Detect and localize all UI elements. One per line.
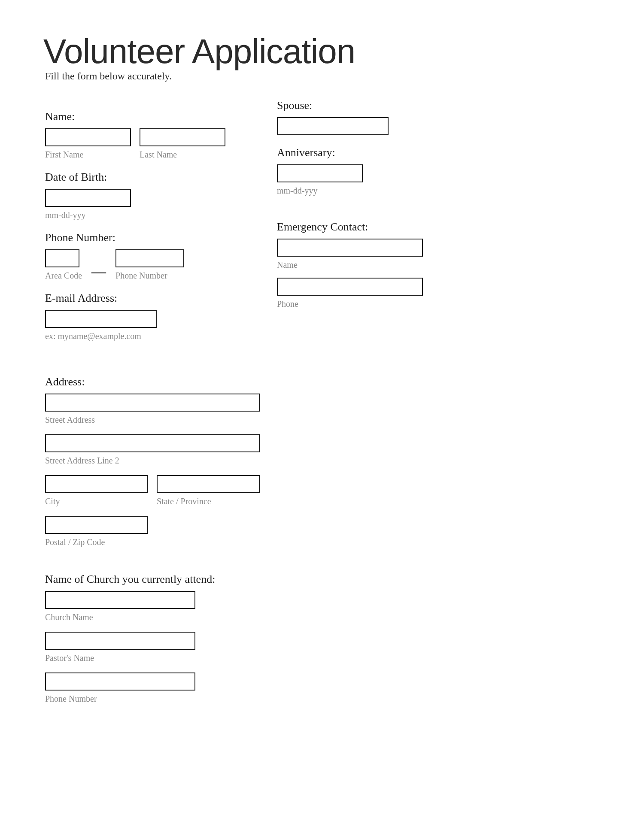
anniversary-input[interactable]: [277, 164, 363, 182]
emergency-label: Emergency Contact:: [277, 221, 431, 233]
first-name-hint: First Name: [45, 150, 131, 160]
page-subtitle: Fill the form below accurately.: [45, 70, 601, 82]
pastor-name-hint: Pastor's Name: [45, 653, 601, 663]
dob-hint: mm-dd-yyy: [45, 210, 225, 220]
street-address-hint: Street Address: [45, 415, 601, 425]
pastor-name-input[interactable]: [45, 632, 195, 650]
dob-input[interactable]: [45, 189, 131, 207]
anniversary-hint: mm-dd-yyy: [277, 186, 431, 196]
church-name-input[interactable]: [45, 591, 195, 609]
state-input[interactable]: [157, 475, 260, 493]
dob-label: Date of Birth:: [45, 171, 225, 184]
church-phone-input[interactable]: [45, 672, 195, 691]
page-title: Volunteer Application: [43, 34, 601, 69]
spouse-label: Spouse:: [277, 99, 431, 112]
zip-input[interactable]: [45, 516, 148, 534]
church-label: Name of Church you currently attend:: [45, 573, 601, 586]
last-name-input[interactable]: [140, 128, 225, 146]
area-code-input[interactable]: [45, 249, 79, 267]
email-input[interactable]: [45, 310, 157, 328]
emergency-phone-hint: Phone: [277, 299, 431, 309]
street-address-input[interactable]: [45, 394, 260, 412]
anniversary-label: Anniversary:: [277, 146, 431, 159]
phone-number-input[interactable]: [115, 249, 184, 267]
church-phone-hint: Phone Number: [45, 694, 601, 704]
phone-separator: —: [91, 263, 107, 281]
emergency-name-hint: Name: [277, 260, 431, 270]
last-name-hint: Last Name: [140, 150, 225, 160]
phone-label: Phone Number:: [45, 231, 225, 244]
email-label: E-mail Address:: [45, 292, 225, 305]
street-address-2-input[interactable]: [45, 434, 260, 452]
first-name-input[interactable]: [45, 128, 131, 146]
church-name-hint: Church Name: [45, 612, 601, 622]
zip-hint: Postal / Zip Code: [45, 537, 601, 547]
city-hint: City: [45, 497, 148, 506]
state-hint: State / Province: [157, 497, 260, 506]
street-address-2-hint: Street Address Line 2: [45, 456, 601, 466]
email-hint: ex: myname@example.com: [45, 331, 225, 341]
emergency-name-input[interactable]: [277, 239, 423, 257]
name-label: Name:: [45, 110, 225, 123]
emergency-phone-input[interactable]: [277, 278, 423, 296]
city-input[interactable]: [45, 475, 148, 493]
phone-number-hint: Phone Number: [115, 271, 184, 281]
area-code-hint: Area Code: [45, 271, 82, 281]
address-label: Address:: [45, 376, 601, 388]
spouse-input[interactable]: [277, 117, 389, 135]
